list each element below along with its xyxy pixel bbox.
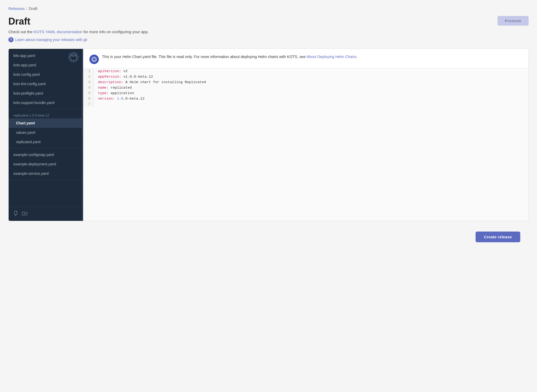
helm-group-label: replicated-1.0.0-beta.12 bbox=[9, 111, 82, 118]
breadcrumb-current: Draft bbox=[29, 6, 38, 11]
helm-icon-circle bbox=[89, 55, 99, 64]
extra-files-group: example-configmap.yaml example-deploymen… bbox=[9, 150, 82, 178]
code-line: 3 description: A Helm chart for installi… bbox=[83, 79, 528, 85]
line-num-5: 5 bbox=[83, 90, 94, 96]
description-text: Check out the KOTS YAML documentation fo… bbox=[8, 30, 529, 34]
file-example-service[interactable]: example-service.yaml bbox=[9, 169, 82, 178]
file-kots-preflight[interactable]: kots-preflight.yaml bbox=[9, 89, 82, 98]
page-title: Draft bbox=[8, 16, 30, 27]
line-content-1: apiVersion: v2 bbox=[94, 68, 528, 74]
breadcrumb-separator: / bbox=[26, 6, 27, 11]
desc-before: Check out the bbox=[8, 30, 34, 34]
sidebar: HELM k8s-app.yaml kots-app.yaml kots-con… bbox=[9, 49, 82, 221]
line-content-7 bbox=[94, 101, 528, 107]
info-banner: This is your Helm Chart.yaml file. This … bbox=[83, 49, 528, 68]
main-content: HELM k8s-app.yaml kots-app.yaml kots-con… bbox=[8, 49, 529, 221]
code-line: 4 name: replicated bbox=[83, 85, 528, 90]
new-file-icon[interactable] bbox=[13, 211, 19, 217]
header-row: Draft Promote bbox=[8, 16, 529, 27]
line-content-6: version: 1.0.0-beta.12 bbox=[94, 96, 528, 101]
sidebar-footer bbox=[9, 207, 82, 221]
info-text-after: . bbox=[356, 55, 357, 59]
file-chart-yaml[interactable]: Chart.yaml bbox=[9, 118, 82, 128]
line-content-5: type: application bbox=[94, 90, 528, 96]
kots-yaml-link[interactable]: KOTS YAML documentation bbox=[34, 30, 82, 34]
sidebar-divider-2 bbox=[9, 148, 82, 148]
helm-group: replicated-1.0.0-beta.12 Chart.yaml valu… bbox=[9, 111, 82, 147]
sidebar-divider-3 bbox=[9, 180, 82, 180]
svg-point-21 bbox=[93, 58, 95, 61]
code-editor: 1 apiVersion: v2 2 appVersion: v1.0.0-be… bbox=[83, 68, 528, 221]
help-icon: ? bbox=[8, 37, 14, 42]
info-text-before: This is your Helm Chart.yaml file. This … bbox=[102, 55, 306, 59]
code-line: 2 appVersion: v1.0.0-beta.12 bbox=[83, 74, 528, 79]
helm-logo: HELM bbox=[68, 52, 79, 62]
line-num-2: 2 bbox=[83, 74, 94, 79]
svg-text:HELM: HELM bbox=[71, 55, 76, 57]
editor-panel: This is your Helm Chart.yaml file. This … bbox=[83, 49, 528, 221]
file-replicated-yaml[interactable]: replicated.yaml bbox=[9, 137, 82, 147]
sidebar-divider-1 bbox=[9, 109, 82, 109]
line-content-2: appVersion: v1.0.0-beta.12 bbox=[94, 74, 528, 79]
info-text: This is your Helm Chart.yaml file. This … bbox=[102, 54, 357, 60]
bottom-bar: Create release bbox=[8, 226, 529, 242]
releases-link[interactable]: Releases bbox=[8, 6, 25, 11]
new-folder-icon[interactable] bbox=[22, 211, 27, 217]
code-table: 1 apiVersion: v2 2 appVersion: v1.0.0-be… bbox=[83, 68, 528, 107]
line-num-7: 7 bbox=[83, 101, 94, 107]
file-values-yaml[interactable]: values.yaml bbox=[9, 128, 82, 137]
code-line: 5 type: application bbox=[83, 90, 528, 96]
code-line: 6 version: 1.0.0-beta.12 bbox=[83, 96, 528, 101]
git-link-label: Learn about managing your releases with … bbox=[15, 38, 87, 42]
code-line: 1 apiVersion: v2 bbox=[83, 68, 528, 74]
line-content-3: description: A Helm chart for installing… bbox=[94, 79, 528, 85]
desc-after: for more info on configuring your app. bbox=[82, 30, 148, 34]
line-num-1: 1 bbox=[83, 68, 94, 74]
line-num-4: 4 bbox=[83, 85, 94, 90]
file-example-deployment[interactable]: example-deployment.yaml bbox=[9, 159, 82, 169]
promote-button[interactable]: Promote bbox=[498, 16, 529, 26]
create-release-button[interactable]: Create release bbox=[476, 232, 520, 242]
line-num-3: 3 bbox=[83, 79, 94, 85]
line-num-6: 6 bbox=[83, 96, 94, 101]
about-deploying-link[interactable]: About Deploying Helm Charts bbox=[306, 55, 356, 59]
breadcrumb: Releases / Draft bbox=[8, 6, 529, 11]
file-kots-lint-config[interactable]: kots-lint-config.yaml bbox=[9, 79, 82, 89]
code-line: 7 bbox=[83, 101, 528, 107]
file-example-configmap[interactable]: example-configmap.yaml bbox=[9, 150, 82, 159]
line-content-4: name: replicated bbox=[94, 85, 528, 90]
git-link[interactable]: ? Learn about managing your releases wit… bbox=[8, 37, 529, 42]
file-kots-support-bundle[interactable]: kots-support-bundle.yaml bbox=[9, 98, 82, 107]
file-kots-config[interactable]: kots-config.yaml bbox=[9, 70, 82, 79]
